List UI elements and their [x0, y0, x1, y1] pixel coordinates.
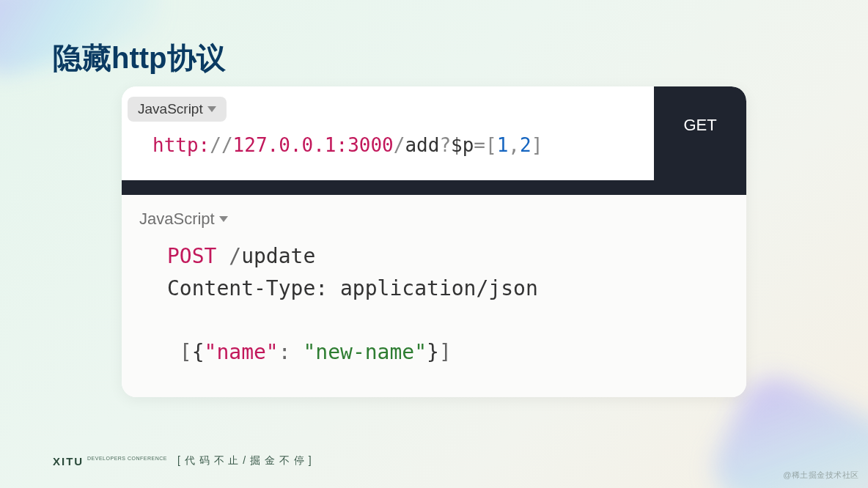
language-dropdown-2[interactable]: JavaScript [129, 205, 238, 233]
http-method-badge-get: GET [654, 86, 746, 180]
chevron-down-icon [219, 216, 228, 222]
language-dropdown-1[interactable]: JavaScript [128, 97, 227, 122]
footer-logo: XITU DEVELOPERS CONFERENCE [53, 455, 167, 467]
language-label: JavaScript [138, 101, 203, 117]
footer: XITU DEVELOPERS CONFERENCE [ 代 码 不 止 / 掘… [53, 454, 312, 467]
chevron-down-icon [207, 106, 216, 112]
http-method-label: GET [683, 116, 716, 135]
code-panel-get: JavaScript http://127.0.0.1:3000/add?$p=… [122, 86, 654, 180]
watermark: @稀土掘金技术社区 [783, 470, 859, 481]
divider-strip [122, 180, 746, 195]
language-label: JavaScript [139, 210, 215, 229]
post-request-line: POST /update [122, 240, 746, 272]
footer-slogan: [ 代 码 不 止 / 掘 金 不 停 ] [177, 454, 312, 467]
get-url-line: http://127.0.0.1:3000/add?$p=[1,2] [122, 132, 654, 158]
blank-line [122, 304, 746, 336]
slide-title: 隐藏http协议 [53, 38, 226, 78]
content-type-line: Content-Type: application/json [122, 273, 746, 304]
get-request-row: JavaScript http://127.0.0.1:3000/add?$p=… [122, 86, 746, 180]
code-panel-post: JavaScript POST /update Content-Type: ap… [122, 195, 746, 397]
code-card: JavaScript http://127.0.0.1:3000/add?$p=… [122, 86, 746, 397]
body-line: [{"name": "new-name"}] [122, 336, 746, 368]
